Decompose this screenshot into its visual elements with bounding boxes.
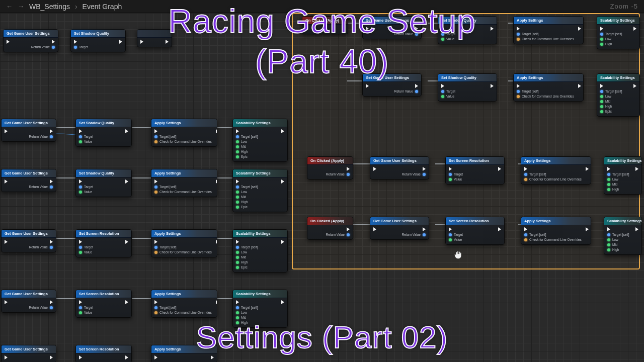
node-title: On Clicked (Apply) (310, 158, 344, 163)
node-set-resolution[interactable]: Set Screen Resolution Target Value (75, 290, 132, 318)
node-apply-settings[interactable]: Apply Settings Target [self] Check for C… (151, 169, 217, 197)
node-apply-settings[interactable]: Apply Settings (151, 345, 217, 362)
node-get-settings[interactable]: Get Game User Settings Return Value (1, 169, 56, 192)
node-event-onclicked[interactable]: On Clicked (Apply) (302, 16, 348, 34)
node-apply-settings[interactable]: Apply Settings Target [self] Check for C… (151, 119, 217, 147)
node-title: Apply Settings (524, 219, 551, 223)
node-title: Apply Settings (524, 158, 551, 163)
node-set-quality[interactable]: Set Shadow Quality Target (70, 29, 126, 52)
breadcrumb-asset[interactable]: WB_Settings (29, 3, 70, 11)
node-title: Set Shadow Quality (79, 121, 114, 125)
node-title: Set Shadow Quality (441, 75, 476, 80)
node-apply-settings[interactable]: Apply Settings Target [self]Check for Co… (513, 16, 584, 44)
node-title: Scalability Settings (236, 121, 271, 125)
node-set-resolution[interactable]: Set Screen Resolution TargetValue (445, 156, 505, 185)
node-apply-settings[interactable]: Apply Settings Target [self] Check for C… (151, 229, 217, 257)
node-apply-settings[interactable]: Apply Settings Target [self]Check for Co… (521, 217, 591, 245)
breadcrumb-separator: › (75, 3, 77, 11)
node-title: Set Screen Resolution (79, 292, 119, 296)
node-title: Scalability Settings (236, 292, 271, 296)
node-title: Get Game User Settings (5, 292, 48, 296)
node-title: Get Game User Settings (366, 75, 409, 80)
node-title: Get Game User Settings (5, 231, 48, 236)
node-get-settings[interactable]: Get Game User Settings Return Value (3, 29, 58, 52)
node-title: Get Game User Settings (373, 158, 417, 163)
node-title: Get Game User Settings (5, 121, 48, 125)
node-title: Set Shadow Quality (441, 18, 476, 23)
node-event-onclicked[interactable]: On Clicked (Apply) Return Value (307, 217, 353, 240)
node-title: Apply Settings (517, 75, 543, 80)
node-set-quality[interactable]: Set Shadow Quality TargetValue (438, 16, 497, 44)
node-get-settings[interactable]: Get Game User Settings Return Value (370, 217, 429, 240)
node-get-settings[interactable]: Get Game User Settings Return Value (362, 73, 422, 97)
node-scalability[interactable]: Scalability Settings Target [self]LowHig… (597, 16, 640, 49)
node-get-settings[interactable]: Get Game User Settings Return Value (362, 16, 422, 39)
node-scalability[interactable]: Scalability Settings Target [self]LowMid… (604, 156, 642, 195)
node-scalability[interactable]: Scalability Settings Target [self] Low M… (232, 229, 288, 273)
node-title: Get Game User Settings (7, 31, 50, 36)
node-event-onclicked[interactable]: On Clicked (Apply) Return Value (307, 156, 353, 179)
node-get-settings[interactable]: Get Game User Settings Return Value (1, 229, 56, 252)
node-title: Get Game User Settings (373, 219, 417, 223)
node-apply-settings[interactable]: Apply Settings Target [self] Check for C… (151, 290, 217, 318)
node-title: Apply Settings (154, 121, 181, 125)
node-title: Scalability Settings (236, 231, 271, 236)
breadcrumb-bar: ← → WB_Settings › Event Graph Zoom -5 (0, 0, 644, 13)
node-title: On Clicked (Apply) (310, 219, 344, 223)
node-title: Apply Settings (517, 18, 543, 23)
node-reroute[interactable] (137, 29, 172, 47)
node-set-resolution[interactable]: Set Screen Resolution TargetValue (445, 217, 505, 245)
node-title: Get Game User Settings (366, 18, 409, 23)
node-scalability[interactable]: Scalability Settings Target [self] Low M… (232, 119, 288, 162)
nav-back-icon[interactable]: ← (6, 3, 13, 10)
node-title: Scalability Settings (600, 75, 635, 80)
node-title: Scalability Settings (600, 18, 635, 23)
node-title: Set Screen Resolution (79, 231, 119, 236)
node-title: Get Game User Settings (5, 347, 48, 351)
node-get-settings[interactable]: Get Game User Settings Return Value (370, 156, 429, 179)
node-set-quality[interactable]: Set Shadow Quality Target Value (75, 169, 132, 197)
cursor-grab-icon (453, 249, 464, 260)
node-set-quality[interactable]: Set Shadow Quality TargetValue (438, 73, 497, 102)
node-set-quality[interactable]: Set Shadow Quality Target Value (75, 119, 132, 147)
nav-forward-icon[interactable]: → (18, 3, 24, 10)
node-get-settings[interactable]: Get Game User Settings Return Value (1, 290, 56, 313)
node-title: Set Shadow Quality (79, 171, 114, 175)
node-get-settings[interactable]: Get Game User Settings (1, 345, 56, 362)
breadcrumb-graph[interactable]: Event Graph (83, 3, 122, 11)
node-scalability[interactable]: Scalability Settings Target [self] Low M… (232, 290, 288, 328)
node-get-settings[interactable]: Get Game User Settings Return Value (1, 119, 56, 142)
node-title: Set Screen Resolution (449, 158, 489, 163)
node-title: Apply Settings (154, 347, 181, 351)
node-title: Set Shadow Quality (74, 31, 109, 36)
node-apply-settings[interactable]: Apply Settings Target [self]Check for Co… (513, 73, 584, 102)
node-title: Apply Settings (154, 292, 181, 296)
node-scalability[interactable]: Scalability Settings Target [self]LowMid… (604, 217, 642, 255)
node-title: Apply Settings (154, 231, 181, 236)
node-set-resolution[interactable]: Set Screen Resolution (75, 345, 132, 362)
node-title: Scalability Settings (607, 158, 641, 163)
node-title: Scalability Settings (236, 171, 271, 175)
node-scalability[interactable]: Scalability Settings Target [self] Low M… (232, 169, 288, 212)
node-title: Get Game User Settings (5, 171, 48, 175)
node-apply-settings[interactable]: Apply Settings Target [self]Check for Co… (521, 156, 591, 185)
zoom-level: Zoom -5 (610, 3, 638, 10)
node-title: Set Screen Resolution (449, 219, 489, 223)
node-title: On Clicked (Apply) (305, 18, 339, 23)
node-scalability[interactable]: Scalability Settings Target [self]LowMid… (597, 73, 640, 117)
node-title: Scalability Settings (607, 219, 641, 223)
node-title: Apply Settings (154, 171, 181, 175)
event-graph-canvas[interactable]: Get Game User Settings Return Value Set … (0, 13, 644, 362)
node-title: Set Screen Resolution (79, 347, 119, 351)
node-set-resolution[interactable]: Set Screen Resolution Target Value (75, 229, 132, 257)
